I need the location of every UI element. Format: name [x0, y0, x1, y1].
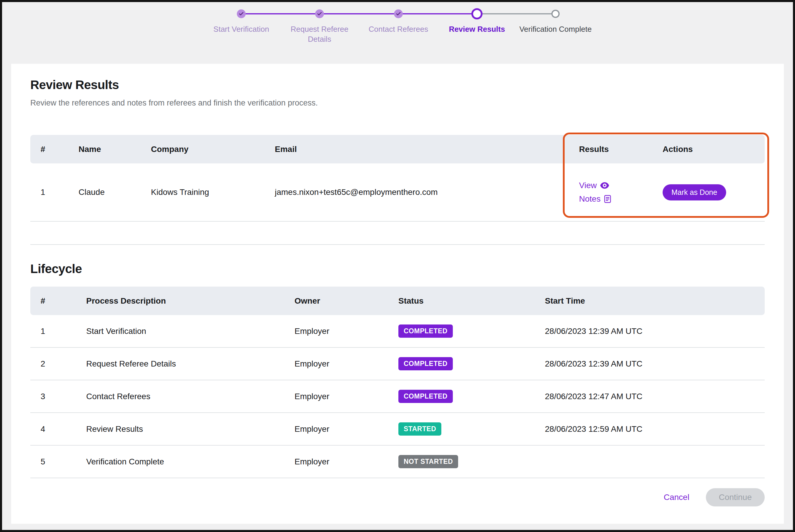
- table-row: 3 Contact Referees Employer COMPLETED 28…: [30, 380, 765, 413]
- process-description: Contact Referees: [86, 392, 294, 401]
- lifecycle-table: # Process Description Owner Status Start…: [30, 287, 765, 478]
- step-label-start-verification: Start Verification: [200, 24, 283, 34]
- col-header-number: #: [30, 145, 78, 154]
- step-label-verification-complete: Verification Complete: [514, 24, 597, 34]
- table-empty-row: [30, 222, 765, 245]
- step-circle-contact-referees: [394, 10, 403, 18]
- lifecycle-section-title: Lifecycle: [30, 262, 765, 276]
- eye-icon: [600, 182, 609, 189]
- review-results-panel: Review Results Review the references and…: [11, 64, 784, 524]
- check-icon: [396, 11, 401, 17]
- process-start-time: 28/06/2023 12:39 AM UTC: [545, 326, 765, 336]
- process-owner: Employer: [294, 359, 398, 368]
- status-badge: COMPLETED: [398, 390, 453, 403]
- col-header-process-description: Process Description: [86, 296, 294, 306]
- col-header-owner: Owner: [294, 296, 398, 306]
- table-row: 1 Start Verification Employer COMPLETED …: [30, 315, 765, 348]
- check-icon: [317, 11, 322, 17]
- check-icon: [239, 11, 244, 17]
- table-row: 4 Review Results Employer STARTED 28/06/…: [30, 413, 765, 445]
- step-label-request-referee-details: Request Referee Details: [289, 24, 350, 44]
- results-cell: View Notes: [579, 181, 663, 204]
- page-subtitle: Review the references and notes from ref…: [30, 98, 765, 108]
- col-header-start-time: Start Time: [545, 296, 765, 306]
- col-header-name: Name: [78, 145, 151, 154]
- col-header-email: Email: [275, 145, 579, 154]
- step-circle-start-verification: [237, 10, 246, 18]
- footer-actions: Cancel Continue: [30, 488, 765, 507]
- notes-link[interactable]: Notes: [579, 194, 611, 204]
- step-label-review-results: Review Results: [436, 24, 518, 34]
- status-badge: COMPLETED: [398, 357, 453, 370]
- status-badge: COMPLETED: [398, 324, 453, 338]
- col-header-company: Company: [151, 145, 275, 154]
- status-cell: COMPLETED: [398, 324, 545, 338]
- cancel-button[interactable]: Cancel: [664, 493, 689, 502]
- stepper-progress: [241, 13, 477, 14]
- step-circle-verification-complete: [552, 10, 560, 18]
- process-start-time: 28/06/2023 12:59 AM UTC: [545, 424, 765, 434]
- process-owner: Employer: [294, 326, 398, 336]
- process-start-time: 28/06/2023 12:39 AM UTC: [545, 359, 765, 368]
- referee-name: Claude: [78, 188, 151, 197]
- col-header-results: Results: [579, 145, 663, 154]
- process-owner: Employer: [294, 392, 398, 401]
- process-description: Request Referee Details: [86, 359, 294, 368]
- table-row: 5 Verification Complete Employer NOT STA…: [30, 445, 765, 478]
- lifecycle-table-header: # Process Description Owner Status Start…: [30, 287, 765, 315]
- process-start-time: 28/06/2023 12:47 AM UTC: [545, 392, 765, 401]
- page-title: Review Results: [30, 78, 765, 92]
- col-header-status: Status: [398, 296, 545, 306]
- step-label-contact-referees: Contact Referees: [357, 24, 439, 34]
- col-header-actions: Actions: [663, 145, 765, 154]
- process-description: Verification Complete: [86, 457, 294, 467]
- view-link-label: View: [579, 181, 597, 190]
- status-badge: STARTED: [398, 422, 441, 436]
- app-window: Start Verification Request Referee Detai…: [0, 0, 795, 532]
- process-number: 3: [30, 392, 86, 401]
- process-owner: Employer: [294, 424, 398, 434]
- continue-button[interactable]: Continue: [706, 488, 765, 507]
- referee-number: 1: [30, 188, 78, 197]
- actions-cell: Mark as Done: [663, 184, 765, 201]
- process-number: 5: [30, 457, 86, 467]
- referee-company: Kidows Training: [151, 188, 275, 197]
- process-number: 4: [30, 424, 86, 434]
- process-owner: Employer: [294, 457, 398, 467]
- process-number: 2: [30, 359, 86, 368]
- process-description: Start Verification: [86, 326, 294, 336]
- notes-icon: [604, 195, 611, 203]
- referees-table-header: # Name Company Email Results Actions: [30, 135, 765, 164]
- process-number: 1: [30, 326, 86, 336]
- referees-table: # Name Company Email Results Actions 1 C…: [30, 135, 765, 245]
- referee-email: james.nixon+test65c@employmenthero.com: [275, 188, 579, 197]
- step-circle-review-results: [471, 8, 483, 19]
- status-cell: NOT STARTED: [398, 455, 545, 468]
- notes-link-label: Notes: [579, 194, 600, 204]
- status-cell: COMPLETED: [398, 390, 545, 403]
- status-cell: COMPLETED: [398, 357, 545, 370]
- status-cell: STARTED: [398, 422, 545, 436]
- verification-stepper: Start Verification Request Referee Detai…: [2, 2, 793, 64]
- step-circle-request-referee-details: [315, 10, 324, 18]
- table-row: 1 Claude Kidows Training james.nixon+tes…: [30, 164, 765, 222]
- status-badge: NOT STARTED: [398, 455, 458, 468]
- mark-as-done-button[interactable]: Mark as Done: [663, 184, 726, 201]
- process-description: Review Results: [86, 424, 294, 434]
- col-header-number: #: [30, 296, 86, 306]
- view-link[interactable]: View: [579, 181, 609, 190]
- table-row: 2 Request Referee Details Employer COMPL…: [30, 348, 765, 380]
